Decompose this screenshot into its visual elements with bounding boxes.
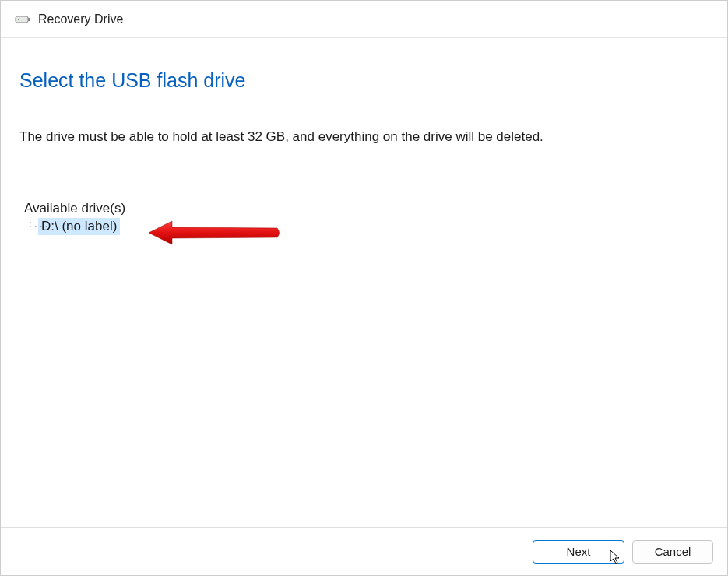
drive-item-d[interactable]: D:\ (no label): [38, 218, 120, 235]
titlebar: Recovery Drive: [1, 1, 727, 38]
cancel-button[interactable]: Cancel: [632, 540, 713, 564]
window-title: Recovery Drive: [38, 12, 123, 26]
recovery-drive-icon: [15, 14, 30, 25]
tree-connector-icon: :...: [27, 218, 48, 230]
drive-tree-row: :... D:\ (no label): [24, 218, 709, 235]
next-button[interactable]: Next: [533, 540, 624, 564]
svg-rect-1: [28, 18, 30, 21]
available-drives-label: Available drive(s): [24, 201, 709, 216]
content-area: Select the USB flash drive The drive mus…: [1, 38, 727, 235]
page-description: The drive must be able to hold at least …: [19, 129, 709, 145]
svg-rect-0: [16, 16, 28, 23]
page-heading: Select the USB flash drive: [19, 69, 709, 92]
svg-point-2: [18, 18, 19, 19]
footer-button-bar: Next Cancel: [1, 527, 727, 575]
available-drives-section: Available drive(s) :... D:\ (no label): [19, 201, 709, 235]
